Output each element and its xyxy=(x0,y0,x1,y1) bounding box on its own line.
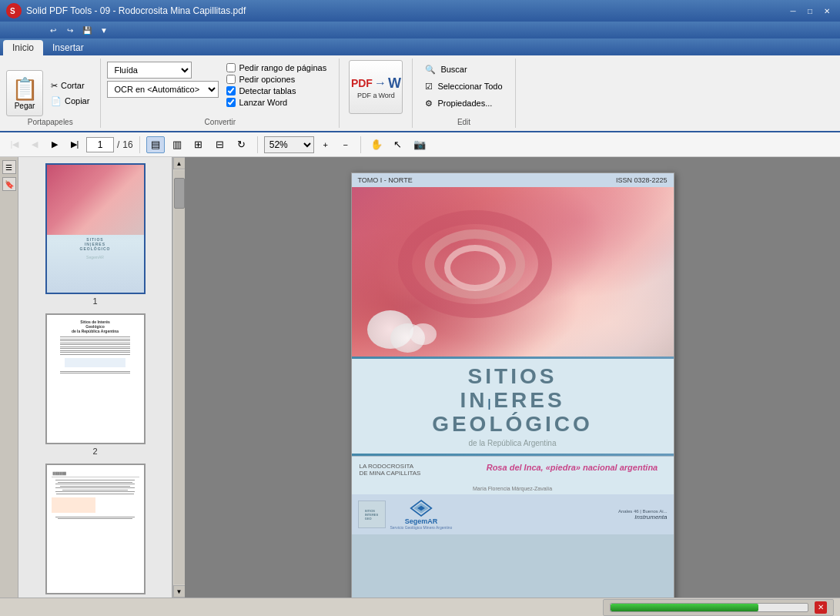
group-edit: 🔍 Buscar ☑ Seleccionar Todo ⚙ Propiedade… xyxy=(413,59,515,128)
customize-button[interactable]: ▼ xyxy=(97,23,111,37)
quick-access-toolbar: ↩ ↪ 💾 ▼ xyxy=(0,22,840,38)
search-icon: 🔍 xyxy=(425,65,436,75)
properties-button[interactable]: ⚙ Propiedades... xyxy=(419,95,508,111)
lower-left-text: LA RODOCROSITA DE MINA CAPILLITAS xyxy=(360,463,479,477)
word-icon: W xyxy=(388,75,401,92)
check-lanzar-word[interactable]: Lanzar Word xyxy=(226,98,326,107)
thumb-3-bg: ▓▓▓▓▓▓ xyxy=(47,465,144,593)
progress-bar-inner xyxy=(611,604,758,611)
thumbnail-2[interactable]: Sitios de InterésGeológicode la Repúblic… xyxy=(45,313,146,456)
search-button[interactable]: 🔍 Buscar xyxy=(419,62,508,77)
scroll-down-arrow[interactable]: ▼ xyxy=(173,585,186,598)
status-bar: ✕ xyxy=(0,598,840,616)
mina-line1: LA RODOCROSITA xyxy=(360,463,479,470)
minimize-button[interactable]: ─ xyxy=(786,4,800,18)
scroll-up-arrow[interactable]: ▲ xyxy=(173,157,186,169)
select-all-icon: ☑ xyxy=(425,82,433,92)
thumbnail-1[interactable]: SITIOSIN|ERESGEOLÓGICO SegemAR 1 xyxy=(45,163,146,306)
ocr-dropdown[interactable]: OCR en <Automático> xyxy=(107,81,219,98)
tab-inicio[interactable]: Inicio xyxy=(3,40,43,55)
group-convertir: Fluída OCR en <Automático> Pedir rango d… xyxy=(101,59,340,128)
ring-3 xyxy=(444,245,506,291)
tab-insertar[interactable]: Insertar xyxy=(43,40,93,55)
next-page-button[interactable]: ▶ xyxy=(46,136,63,153)
undo-button[interactable]: ↩ xyxy=(46,23,60,37)
bookmarks-icon[interactable]: 🔖 xyxy=(2,177,16,191)
portapapeles-label: Portapapeles xyxy=(0,118,100,126)
thumb-num-2: 2 xyxy=(92,447,97,456)
save-button[interactable]: 💾 xyxy=(80,23,94,37)
nav-separator-2 xyxy=(257,136,258,153)
tomo-text: TOMO I - NORTE xyxy=(358,176,413,184)
thumb-1-image xyxy=(47,165,144,235)
scroll-track xyxy=(174,170,185,584)
scissors-icon: ✂ xyxy=(51,81,58,91)
left-panel: ☰ 🔖 xyxy=(0,157,18,598)
zoom-in-button[interactable]: + xyxy=(317,136,334,153)
prev-page-button[interactable]: ◀ xyxy=(26,136,43,153)
zoom-select[interactable]: 52% 75% 100% 125% 150% xyxy=(264,136,314,153)
sidebar-scrollbar[interactable]: ▲ ▼ xyxy=(172,157,185,598)
main-area: ☰ 🔖 SITIOSIN|ERESGEOLÓGICO SegemAR 1 xyxy=(0,157,840,598)
single-page-button[interactable]: ▤ xyxy=(146,136,165,153)
ribbon: 📋 Pegar ✂ Cortar 📄 Copiar Portapapeles xyxy=(0,55,840,132)
nav-separator-3 xyxy=(360,136,361,153)
lower-right-text: Rosa del Inca, «piedra» nacional argenti… xyxy=(487,463,666,477)
cut-button[interactable]: ✂ Cortar xyxy=(46,79,94,92)
copy-icon: 📄 xyxy=(51,96,62,106)
last-page-button[interactable]: ▶| xyxy=(66,136,83,153)
thumb-img-2[interactable]: Sitios de InterésGeológicode la Repúblic… xyxy=(45,313,146,444)
paste-button[interactable]: 📋 Pegar xyxy=(6,70,43,116)
instrumentos-label: Instrumenta xyxy=(618,514,668,521)
segemar-text: SegemAR xyxy=(405,517,438,525)
pdf-word-label: PDF a Word xyxy=(357,92,395,99)
fluid-dropdown[interactable]: Fluída xyxy=(107,62,192,79)
svg-text:S: S xyxy=(10,7,15,15)
search-label: Buscar xyxy=(440,65,467,74)
total-pages: 16 xyxy=(122,139,132,150)
first-page-button[interactable]: |◀ xyxy=(6,136,23,153)
close-button[interactable]: ✕ xyxy=(820,4,834,18)
rotate-button[interactable]: ↻ xyxy=(233,136,251,153)
footer-note: Anales 46 | Buenos Ai... Instrumenta xyxy=(618,509,668,521)
maximize-button[interactable]: □ xyxy=(803,4,817,18)
check-pedir-opciones-label: Pedir opciones xyxy=(239,75,295,84)
check-pedir-rango[interactable]: Pedir rango de páginas xyxy=(226,63,326,72)
portapapeles-content: 📋 Pegar ✂ Cortar 📄 Copiar xyxy=(6,60,94,126)
cut-label: Cortar xyxy=(61,81,85,90)
scroll-thumb[interactable] xyxy=(174,178,185,209)
thumb-img-1[interactable]: SITIOSIN|ERESGEOLÓGICO SegemAR xyxy=(45,163,146,294)
check-pedir-opciones[interactable]: Pedir opciones xyxy=(226,75,326,84)
thumb-1-text: SITIOSIN|ERESGEOLÓGICO xyxy=(47,235,144,253)
thumbnails-icon[interactable]: ☰ xyxy=(2,160,16,174)
word-text-label: Word xyxy=(378,92,394,99)
check-detectar-tablas[interactable]: Detectar tablas xyxy=(226,86,326,95)
convertir-content: Fluída OCR en <Automático> Pedir rango d… xyxy=(107,60,326,109)
thumb-img-3[interactable]: ▓▓▓▓▓▓ xyxy=(45,464,146,594)
current-page-input[interactable] xyxy=(86,137,114,152)
check-lanzar-word-label: Lanzar Word xyxy=(239,98,287,107)
hand-tool-button[interactable]: ✋ xyxy=(367,136,386,153)
select-tool-button[interactable]: ↖ xyxy=(389,136,407,153)
segemar-logo: SegemAR Servicio Geológico Minero Argent… xyxy=(390,499,453,530)
snapshot-button[interactable]: 📷 xyxy=(410,136,429,153)
thumb-2-bg: Sitios de InterésGeológicode la Repúblic… xyxy=(47,315,144,443)
white-circle-3 xyxy=(410,323,437,345)
window-controls: ─ □ ✕ xyxy=(786,4,834,18)
segemar-sub: Servicio Geológico Minero Argentino xyxy=(390,525,453,530)
two-page-button[interactable]: ▥ xyxy=(168,136,186,153)
continuous-button[interactable]: ⊞ xyxy=(189,136,208,153)
pdf-to-word-button[interactable]: PDF → W PDF a Word xyxy=(349,60,403,114)
group-portapapeles: 📋 Pegar ✂ Cortar 📄 Copiar Portapapeles xyxy=(0,59,101,128)
redo-button[interactable]: ↪ xyxy=(63,23,77,37)
copy-button[interactable]: 📄 Copiar xyxy=(46,94,94,108)
title-bar-left: S Solid PDF Tools - 09 - Rodocrosita Min… xyxy=(6,3,246,18)
select-all-button[interactable]: ☑ Seleccionar Todo xyxy=(419,79,508,94)
pdf-author: María Florencia Márquez-Zavalía xyxy=(352,483,674,494)
sitios-title-line1: SITIOS xyxy=(364,365,661,389)
zoom-out-button[interactable]: − xyxy=(337,136,354,153)
grid-button[interactable]: ⊟ xyxy=(211,136,229,153)
thumbnail-3[interactable]: ▓▓▓▓▓▓ xyxy=(45,464,146,598)
progress-close-button[interactable]: ✕ xyxy=(815,601,827,614)
pdf-mid-section: SITIOS IN|ERES GEOLÓGICO de la República… xyxy=(352,359,674,454)
